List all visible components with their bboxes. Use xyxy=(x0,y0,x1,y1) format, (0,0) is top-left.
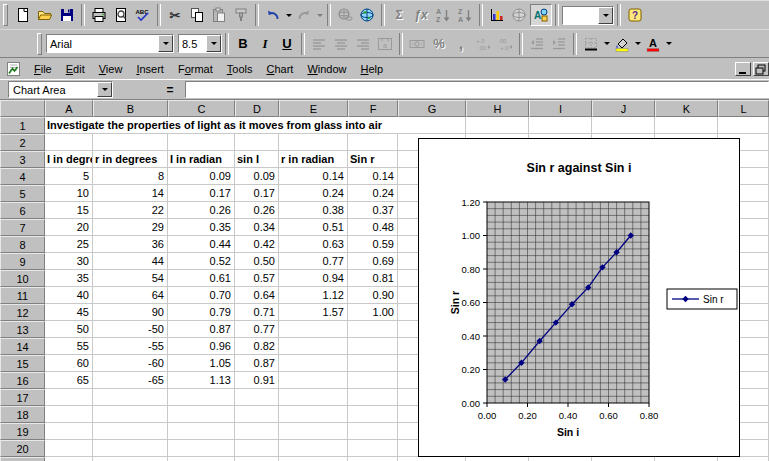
undo-dropdown-button[interactable] xyxy=(284,4,293,26)
column-header-A[interactable]: A xyxy=(45,100,93,117)
cell-C15[interactable]: 1.05 xyxy=(168,355,235,372)
cell-A4[interactable]: 5 xyxy=(45,168,93,185)
cell-H1[interactable] xyxy=(466,117,529,134)
cell-C10[interactable]: 0.61 xyxy=(168,270,235,287)
row-header-14[interactable]: 14 xyxy=(0,338,45,355)
cell-F5[interactable]: 0.24 xyxy=(348,185,398,202)
cell-B21[interactable] xyxy=(93,457,168,461)
cell-A7[interactable]: 20 xyxy=(45,219,93,236)
cell-C8[interactable]: 0.44 xyxy=(168,236,235,253)
autosum-button[interactable]: Σ xyxy=(388,4,410,26)
cell-F2[interactable] xyxy=(348,134,398,151)
underline-button[interactable]: U xyxy=(276,33,298,55)
toolbar-drag-handle[interactable] xyxy=(3,4,8,26)
cell-F8[interactable]: 0.59 xyxy=(348,236,398,253)
cell-F21[interactable] xyxy=(348,457,398,461)
row-header-11[interactable]: 11 xyxy=(0,287,45,304)
row-header-2[interactable]: 2 xyxy=(0,134,45,151)
row-header-16[interactable]: 16 xyxy=(0,372,45,389)
cell-E3[interactable]: r in radian xyxy=(279,151,348,168)
cell-A9[interactable]: 30 xyxy=(45,253,93,270)
cell-D14[interactable]: 0.82 xyxy=(235,338,279,355)
menu-window[interactable]: Window xyxy=(300,61,353,77)
name-box-dropdown-button[interactable] xyxy=(97,82,112,97)
embedded-chart[interactable]: Sin r against Sin i0.000.200.400.600.801… xyxy=(418,138,740,457)
cell-C20[interactable] xyxy=(168,440,235,457)
menu-file[interactable]: File xyxy=(27,61,59,77)
font-name-combobox[interactable]: Arial xyxy=(46,34,174,53)
cell-E4[interactable]: 0.14 xyxy=(279,168,348,185)
column-header-D[interactable]: D xyxy=(235,100,279,117)
cell-C9[interactable]: 0.52 xyxy=(168,253,235,270)
row-header-20[interactable]: 20 xyxy=(0,440,45,457)
cell-B2[interactable] xyxy=(93,134,168,151)
row-header-3[interactable]: 3 xyxy=(0,151,45,168)
cell-F12[interactable]: 1.00 xyxy=(348,304,398,321)
cell-F14[interactable] xyxy=(348,338,398,355)
cell-E17[interactable] xyxy=(279,389,348,406)
undo-button[interactable] xyxy=(262,4,284,26)
cell-E7[interactable]: 0.51 xyxy=(279,219,348,236)
bold-button[interactable]: B xyxy=(232,33,254,55)
redo-button[interactable] xyxy=(293,4,315,26)
row-header-6[interactable]: 6 xyxy=(0,202,45,219)
font-name-dropdown-button[interactable] xyxy=(158,35,173,52)
zoom-combobox[interactable] xyxy=(562,6,614,25)
column-header-K[interactable]: K xyxy=(655,100,718,117)
cell-E2[interactable] xyxy=(279,134,348,151)
cell-F17[interactable] xyxy=(348,389,398,406)
cell-B17[interactable] xyxy=(93,389,168,406)
cell-D13[interactable]: 0.77 xyxy=(235,321,279,338)
cell-E10[interactable]: 0.94 xyxy=(279,270,348,287)
row-header-18[interactable]: 18 xyxy=(0,406,45,423)
open-button[interactable] xyxy=(34,4,56,26)
cell-F7[interactable]: 0.48 xyxy=(348,219,398,236)
drawing-button[interactable]: A xyxy=(530,4,552,26)
cell-D8[interactable]: 0.42 xyxy=(235,236,279,253)
cell-B18[interactable] xyxy=(93,406,168,423)
menu-edit[interactable]: Edit xyxy=(59,61,92,77)
menu-chart[interactable]: Chart xyxy=(259,61,300,77)
cell-A20[interactable] xyxy=(45,440,93,457)
cell-A11[interactable]: 40 xyxy=(45,287,93,304)
cell-A14[interactable]: 55 xyxy=(45,338,93,355)
cell-A19[interactable] xyxy=(45,423,93,440)
cell-D16[interactable]: 0.91 xyxy=(235,372,279,389)
fill-color-button[interactable] xyxy=(611,33,633,55)
cell-D18[interactable] xyxy=(235,406,279,423)
zoom-dropdown-button[interactable] xyxy=(598,7,613,24)
cell-D11[interactable]: 0.64 xyxy=(235,287,279,304)
cell-C3[interactable]: I in radian xyxy=(168,151,235,168)
cell-B6[interactable]: 22 xyxy=(93,202,168,219)
minimize-button[interactable] xyxy=(735,62,751,76)
menu-help[interactable]: Help xyxy=(354,61,391,77)
column-header-L[interactable]: L xyxy=(718,100,769,117)
cell-C17[interactable] xyxy=(168,389,235,406)
cell-F18[interactable] xyxy=(348,406,398,423)
redo-dropdown-button[interactable] xyxy=(315,4,324,26)
cell-E16[interactable] xyxy=(279,372,348,389)
toolbar-drag-handle[interactable] xyxy=(37,33,42,55)
comma-style-button[interactable]: , xyxy=(450,33,472,55)
cut-button[interactable]: ✂ xyxy=(164,4,186,26)
cell-A17[interactable] xyxy=(45,389,93,406)
cell-F16[interactable] xyxy=(348,372,398,389)
cell-A2[interactable] xyxy=(45,134,93,151)
cell-B11[interactable]: 64 xyxy=(93,287,168,304)
cell-A10[interactable]: 35 xyxy=(45,270,93,287)
cell-E20[interactable] xyxy=(279,440,348,457)
cell-A3[interactable]: I in degree xyxy=(45,151,93,168)
cell-B8[interactable]: 36 xyxy=(93,236,168,253)
cell-D5[interactable]: 0.17 xyxy=(235,185,279,202)
help-button[interactable]: ? xyxy=(624,4,646,26)
cell-C4[interactable]: 0.09 xyxy=(168,168,235,185)
increase-indent-button[interactable] xyxy=(548,33,570,55)
row-header-5[interactable]: 5 xyxy=(0,185,45,202)
cell-F10[interactable]: 0.81 xyxy=(348,270,398,287)
cell-A15[interactable]: 60 xyxy=(45,355,93,372)
insert-hyperlink-button[interactable] xyxy=(334,4,356,26)
cell-F19[interactable] xyxy=(348,423,398,440)
font-color-dropdown-button[interactable] xyxy=(664,33,673,55)
row-header-17[interactable]: 17 xyxy=(0,389,45,406)
merge-and-center-button[interactable]: a xyxy=(374,33,396,55)
